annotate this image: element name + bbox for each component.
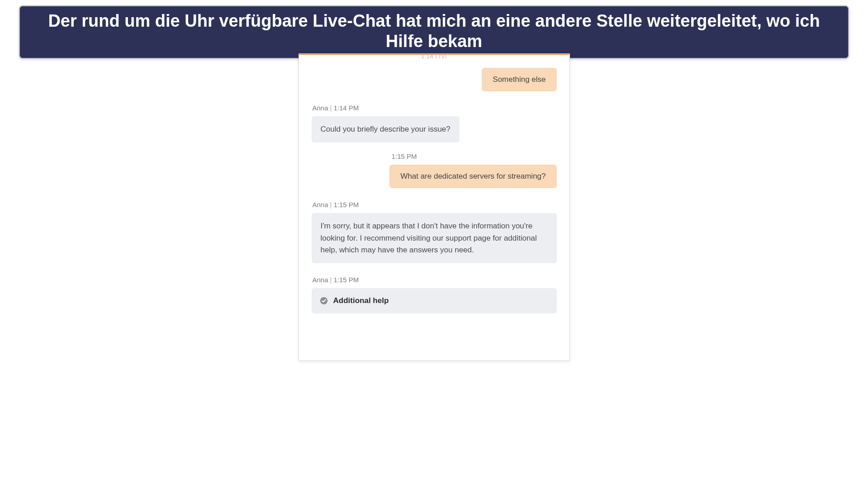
message-time: 1:14 PM [333,104,359,112]
message-row-agent: Could you briefly describe your issue? [312,116,557,142]
agent-message-bubble: Could you briefly describe your issue? [312,116,460,142]
agent-meta: Anna|1:15 PM [313,201,557,208]
chat-body: 1.14 I IVI Something else Anna|1:14 PM C… [299,53,569,327]
meta-separator: | [330,276,332,284]
chat-window: 1.14 I IVI Something else Anna|1:14 PM C… [299,53,570,361]
user-message-time: 1:15 PM [312,152,417,160]
caption-text: Der rund um die Uhr verfügbare Live-Chat… [48,11,820,51]
additional-help-label: Additional help [333,296,389,305]
agent-name: Anna [313,104,328,112]
partial-time: 1.14 I IVI [312,53,557,60]
meta-separator: | [330,201,332,208]
user-message-bubble: Something else [482,68,556,91]
svg-point-0 [320,297,327,304]
meta-separator: | [330,104,332,112]
agent-meta: Anna|1:15 PM [313,276,557,284]
message-time: 1:15 PM [333,276,359,284]
additional-help-card[interactable]: Additional help [312,288,557,313]
agent-message-bubble: I'm sorry, but it appears that I don't h… [312,213,557,263]
check-circle-icon [320,297,328,305]
message-time: 1:15 PM [333,201,359,208]
agent-name: Anna [313,276,328,284]
agent-meta: Anna|1:14 PM [313,104,557,112]
user-message-bubble: What are dedicated servers for streaming… [389,165,556,188]
message-row-agent: I'm sorry, but it appears that I don't h… [312,213,557,263]
message-row-user: What are dedicated servers for streaming… [312,165,557,188]
message-row-user: Something else [312,68,557,91]
agent-name: Anna [313,201,328,208]
caption-banner: Der rund um die Uhr verfügbare Live-Chat… [19,5,849,59]
